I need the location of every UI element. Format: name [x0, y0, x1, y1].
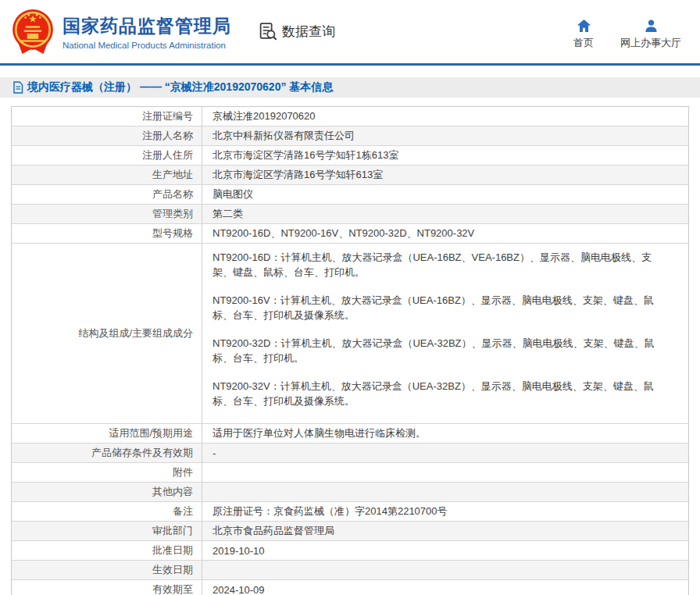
row-value: NT9200-16D、NT9200-16V、NT9200-32D、NT9200-…: [202, 224, 688, 243]
row-value-text: 原注册证号：京食药监械（准）字2014第2210700号: [212, 504, 448, 518]
row-label: 审批部门: [12, 522, 202, 540]
document-search-icon: [258, 21, 279, 42]
nav-item-label: 网上办事大厅: [620, 36, 681, 50]
row-label-text: 其他内容: [152, 485, 193, 499]
table-row: 注册人名称北京中科新拓仪器有限责任公司: [12, 126, 688, 145]
row-value-text: 北京市海淀区学清路16号学知轩613室: [212, 168, 383, 182]
data-query-label: 数据查询: [282, 23, 335, 41]
row-label: 型号规格: [12, 224, 202, 243]
row-value: 脑电图仪: [202, 185, 688, 204]
row-value-text: 2024-10-09: [212, 584, 265, 595]
row-label-text: 注册人名称: [142, 129, 193, 143]
row-label-text: 附件: [173, 465, 193, 479]
header-nav: 首页 网上办事大厅: [573, 19, 681, 50]
row-value: 北京市海淀区学清路16号学知轩613室: [202, 166, 688, 184]
breadcrumb-text: 境内医疗器械（注册） —— “京械注准20192070620” 基本信息: [27, 80, 333, 94]
row-value: -: [202, 444, 688, 462]
table-row: 结构及组成/主要组成成分NT9200-16D：计算机主机、放大器记录盒（UEA-…: [12, 243, 688, 423]
row-value-text: -: [212, 447, 216, 459]
row-label: 注册人住所: [12, 146, 202, 165]
composition-paragraph: NT9200-16D：计算机主机、放大器记录盒（UEA-16BZ、VEA-16B…: [212, 250, 670, 280]
row-label-text: 型号规格: [152, 226, 193, 240]
row-label: 产品名称: [12, 185, 202, 204]
table-row: 产品储存条件及有效期-: [12, 443, 688, 462]
row-value: 第二类: [202, 205, 688, 223]
row-label: 批准日期: [12, 541, 202, 560]
row-value-text: 北京市食品药品监督管理局: [212, 524, 334, 538]
row-value: [202, 463, 688, 482]
row-label: 其他内容: [12, 483, 202, 501]
site-header: 国家药品监督管理局 National Medical Products Admi…: [0, 0, 700, 63]
row-value: [202, 483, 688, 501]
row-value-text: 京械注准20192070620: [212, 109, 316, 123]
row-value: 北京市海淀区学清路16号学知轩1栋613室: [202, 146, 688, 165]
row-label-text: 备注: [173, 504, 193, 518]
row-value-text: 脑电图仪: [212, 187, 253, 201]
page-icon: [12, 81, 23, 94]
composition-paragraph: NT9200-16V：计算机主机、放大器记录盒（UEA-16BZ）、显示器、脑电…: [212, 293, 670, 322]
row-value-text: 第二类: [212, 207, 243, 221]
composition-paragraph: NT9200-32D：计算机主机、放大器记录盒（UEA-32BZ）、显示器、脑电…: [212, 336, 670, 365]
row-value-text: 适用于医疗单位对人体脑生物电进行临床检测。: [212, 426, 426, 440]
row-value: 原注册证号：京食药监械（准）字2014第2210700号: [202, 502, 688, 521]
national-emblem-logo: [11, 9, 55, 55]
row-label: 注册证编号: [12, 107, 202, 126]
table-row: 管理类别第二类: [12, 204, 688, 223]
row-label: 管理类别: [12, 205, 202, 223]
row-label: 备注: [12, 502, 202, 521]
table-row: 注册证编号京械注准20192070620: [12, 107, 688, 126]
row-label-text: 产品储存条件及有效期: [91, 446, 193, 460]
row-label-text: 注册人住所: [142, 148, 193, 162]
row-label-text: 结构及组成/主要组成成分: [78, 326, 193, 340]
site-title-cn: 国家药品监督管理局: [62, 14, 231, 38]
row-value: [202, 561, 688, 579]
table-row: 生效日期: [12, 560, 688, 579]
table-row: 审批部门北京市食品药品监督管理局: [12, 521, 688, 540]
row-label: 生效日期: [12, 561, 202, 579]
user-icon: [644, 19, 659, 33]
row-value-text: NT9200-16D、NT9200-16V、NT9200-32D、NT9200-…: [212, 226, 474, 240]
row-value: NT9200-16D：计算机主机、放大器记录盒（UEA-16BZ、VEA-16B…: [202, 244, 688, 423]
table-row: 批准日期2019-10-10: [12, 540, 688, 560]
row-label-text: 批准日期: [152, 543, 193, 558]
row-label: 生产地址: [12, 166, 202, 184]
table-row: 其他内容: [12, 482, 688, 501]
breadcrumb: 境内医疗器械（注册） —— “京械注准20192070620” 基本信息: [0, 77, 700, 98]
table-row: 产品名称脑电图仪: [12, 184, 688, 204]
registration-info-table: 注册证编号京械注准20192070620注册人名称北京中科新拓仪器有限责任公司注…: [11, 106, 689, 595]
composition-paragraph: NT9200-32V：计算机主机、放大器记录盒（UEA-32BZ）、显示器、脑电…: [212, 379, 670, 408]
nav-item-home[interactable]: 首页: [573, 19, 594, 50]
table-row: 备注原注册证号：京食药监械（准）字2014第2210700号: [12, 501, 688, 521]
table-row: 有效期至2024-10-09: [12, 579, 688, 595]
row-value: 适用于医疗单位对人体脑生物电进行临床检测。: [202, 424, 688, 443]
row-label-text: 适用范围/预期用途: [109, 426, 193, 440]
site-title-block: 国家药品监督管理局 National Medical Products Admi…: [62, 14, 231, 50]
row-label-text: 管理类别: [152, 207, 193, 221]
site-title-en: National Medical Products Administration: [62, 41, 231, 50]
row-label: 附件: [12, 463, 202, 482]
table-row: 型号规格NT9200-16D、NT9200-16V、NT9200-32D、NT9…: [12, 223, 688, 243]
home-icon: [577, 19, 591, 33]
row-label: 结构及组成/主要组成成分: [12, 244, 202, 423]
row-value-text: 北京中科新拓仪器有限责任公司: [212, 129, 355, 143]
row-value-text: 北京市海淀区学清路16号学知轩1栋613室: [212, 148, 398, 162]
row-value: 北京中科新拓仪器有限责任公司: [202, 126, 688, 145]
row-value: 2024-10-09: [202, 580, 688, 595]
row-value-text: 2019-10-10: [212, 545, 265, 557]
row-label: 有效期至: [12, 580, 202, 595]
row-value: 京械注准20192070620: [202, 107, 688, 126]
table-row: 附件: [12, 462, 688, 482]
nav-item-service-hall[interactable]: 网上办事大厅: [620, 19, 681, 50]
row-value: 北京市食品药品监督管理局: [202, 522, 688, 540]
row-label: 注册人名称: [12, 126, 202, 145]
row-label-text: 审批部门: [152, 524, 193, 538]
table-row: 注册人住所北京市海淀区学清路16号学知轩1栋613室: [12, 145, 688, 165]
header-divider: [0, 63, 700, 66]
row-label-text: 有效期至: [152, 583, 193, 595]
table-row: 适用范围/预期用途适用于医疗单位对人体脑生物电进行临床检测。: [12, 423, 688, 443]
data-query-entry[interactable]: 数据查询: [258, 21, 335, 42]
row-value: 2019-10-10: [202, 541, 688, 560]
nav-item-label: 首页: [573, 36, 594, 50]
row-label-text: 注册证编号: [142, 109, 193, 123]
table-row: 生产地址北京市海淀区学清路16号学知轩613室: [12, 165, 688, 184]
